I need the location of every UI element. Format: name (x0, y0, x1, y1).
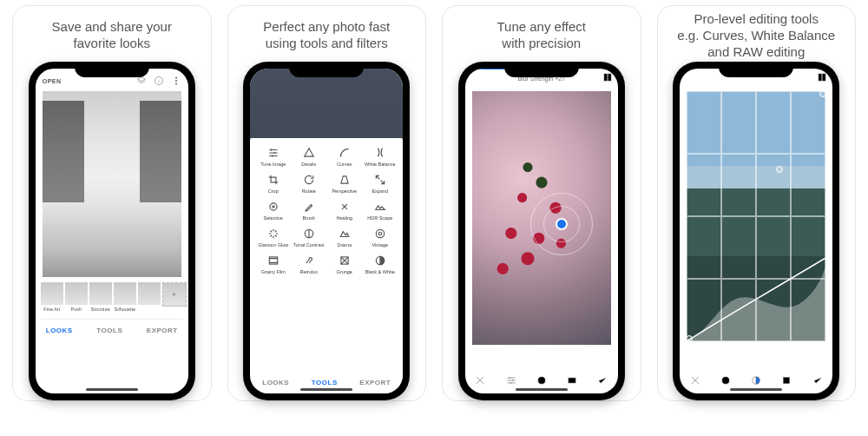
notch (504, 62, 579, 77)
close-button[interactable] (474, 374, 486, 386)
tab-export[interactable]: EXPORT (359, 379, 391, 386)
adjust-icon[interactable] (505, 374, 517, 386)
notch (75, 62, 149, 77)
tools-sheet: Tune Image Details Curves White Balance … (250, 138, 403, 393)
focus-ring[interactable] (530, 193, 593, 255)
curve-point[interactable] (819, 91, 825, 97)
svg-point-3 (175, 83, 177, 85)
main-photo[interactable] (472, 91, 611, 345)
svg-rect-21 (823, 74, 826, 81)
aspect-icon[interactable] (566, 374, 578, 386)
close-button[interactable] (689, 374, 701, 386)
tab-looks[interactable]: LOOKS (46, 327, 73, 334)
tool-drama[interactable]: Drama (328, 228, 360, 248)
phone-1: OPEN Fine Art Push Structure Silhouette … (29, 62, 195, 400)
tool-curves[interactable]: Curves (328, 147, 360, 167)
promo-card-4: Pro-level editing tools e.g. Curves, Whi… (657, 5, 857, 401)
tool-hdr-scape[interactable]: HDR Scape (364, 201, 396, 221)
compare-icon[interactable] (602, 72, 613, 83)
tool-vintage[interactable]: Vintage (364, 228, 396, 248)
svg-point-9 (273, 206, 274, 208)
svg-point-12 (378, 232, 382, 235)
histogram-curve[interactable] (687, 258, 825, 341)
home-indicator (86, 388, 138, 391)
promo-title-3: Tune any effect with precision (496, 11, 586, 62)
tool-brush[interactable]: Brush (293, 201, 325, 221)
tab-looks[interactable]: LOOKS (262, 379, 289, 386)
tab-tools[interactable]: TOOLS (96, 327, 122, 334)
tool-retrolux[interactable]: Retrolux (293, 254, 325, 274)
svg-rect-17 (608, 74, 611, 81)
look-item[interactable]: Fine Art (41, 282, 63, 312)
compare-icon[interactable] (817, 72, 827, 83)
main-photo[interactable] (687, 91, 825, 341)
bottom-tabs: LOOKS TOOLS EXPORT (250, 379, 403, 386)
svg-point-18 (538, 377, 545, 384)
svg-rect-16 (604, 74, 608, 81)
tool-tune-image[interactable]: Tune Image (257, 147, 289, 167)
shape-icon[interactable] (536, 374, 548, 386)
phone-4 (673, 62, 839, 400)
promo-card-1: Save and share your favorite looks OPEN … (12, 5, 212, 401)
tool-crop[interactable]: Crop (257, 174, 289, 194)
confirm-button[interactable] (596, 374, 608, 386)
svg-rect-19 (569, 378, 575, 383)
promo-title-2: Perfect any photo fast using tools and f… (263, 11, 390, 62)
open-button[interactable]: OPEN (43, 78, 62, 84)
tool-healing[interactable]: Healing (328, 201, 360, 221)
tool-black-white[interactable]: Black & White (364, 254, 396, 274)
tool-grunge[interactable]: Grunge (328, 254, 360, 274)
edit-actions (680, 374, 832, 386)
overflow-icon[interactable] (171, 76, 181, 86)
channel-luminance-icon[interactable] (720, 374, 732, 386)
svg-point-22 (722, 377, 729, 384)
look-item[interactable]: Push (65, 282, 88, 312)
confirm-button[interactable] (812, 374, 824, 386)
info-icon[interactable] (154, 76, 164, 86)
tool-grid: Tune Image Details Curves White Balance … (250, 138, 403, 276)
phone-3: Blur Strength +27 (458, 62, 625, 400)
tab-tools[interactable]: TOOLS (312, 379, 338, 386)
look-item[interactable]: Silhouette (114, 282, 136, 312)
look-item[interactable] (138, 282, 161, 312)
svg-point-11 (376, 229, 384, 237)
tool-expand[interactable]: Expand (364, 174, 396, 194)
bottom-tabs: LOOKS TOOLS EXPORT (41, 319, 183, 334)
curve-point[interactable] (687, 335, 693, 341)
channel-color-icon[interactable] (780, 374, 792, 386)
home-indicator (516, 388, 568, 391)
add-look[interactable]: ＋ (162, 282, 185, 307)
promo-title-1: Save and share your favorite looks (52, 11, 172, 62)
channel-contrast-icon[interactable] (750, 374, 762, 386)
tool-perspective[interactable]: Perspective (328, 174, 360, 194)
tool-rotate[interactable]: Rotate (293, 174, 325, 194)
tab-export[interactable]: EXPORT (147, 327, 178, 334)
svg-point-2 (175, 80, 177, 82)
promo-card-2: Perfect any photo fast using tools and f… (227, 5, 427, 401)
svg-rect-24 (784, 378, 790, 384)
tool-grainy-film[interactable]: Grainy Film (257, 254, 289, 274)
promo-card-3: Tune any effect with precision Blur Stre… (442, 5, 641, 401)
main-photo[interactable] (43, 91, 181, 277)
look-item[interactable]: Structure (89, 282, 112, 312)
notch (289, 62, 364, 77)
edit-actions (465, 374, 618, 386)
home-indicator (300, 388, 352, 391)
tool-selective[interactable]: Selective (257, 201, 289, 221)
phone-2: OPEN Tune Image Details Curves White Bal… (243, 62, 410, 400)
tool-tonal-contrast[interactable]: Tonal Contrast (293, 228, 325, 248)
tool-details[interactable]: Details (293, 147, 325, 167)
home-indicator (730, 388, 782, 391)
svg-rect-20 (819, 74, 822, 81)
promo-title-4: Pro-level editing tools e.g. Curves, Whi… (677, 11, 835, 62)
tool-glamour-glow[interactable]: Glamour Glow (257, 228, 289, 248)
tool-white-balance[interactable]: White Balance (364, 147, 396, 167)
looks-strip: Fine Art Push Structure Silhouette ＋ (36, 279, 188, 312)
svg-point-8 (270, 203, 277, 210)
svg-point-1 (175, 77, 177, 79)
screenshot-gallery: Save and share your favorite looks OPEN … (0, 0, 868, 406)
notch (719, 62, 793, 77)
